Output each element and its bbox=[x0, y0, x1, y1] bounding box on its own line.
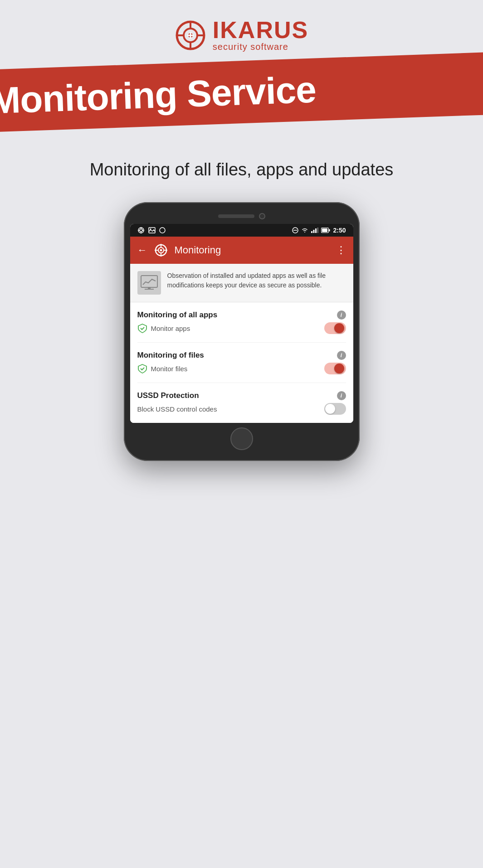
subtitle-text: Monitoring of all files, apps and update… bbox=[90, 160, 394, 179]
toggle-monitor-files[interactable] bbox=[324, 363, 346, 374]
svg-rect-21 bbox=[313, 230, 315, 233]
setting-item-monitor-apps: Monitoring of all apps i Monitor apps bbox=[137, 302, 346, 343]
settings-list: Monitoring of all apps i Monitor apps bbox=[130, 302, 353, 423]
setting-row-monitor-apps: Monitor apps bbox=[137, 322, 346, 334]
phone-section: 2:50 ← Monitoring ⋮ bbox=[0, 193, 483, 488]
logo-container: IKARUS security software bbox=[175, 18, 308, 52]
phone-home-button[interactable] bbox=[230, 427, 253, 450]
svg-rect-25 bbox=[322, 228, 327, 232]
logo-text-group: IKARUS security software bbox=[213, 18, 308, 52]
setting-item-monitor-files: Monitoring of files i Monitor files bbox=[137, 343, 346, 383]
phone-bottom-bar bbox=[130, 423, 353, 453]
battery-icon bbox=[321, 228, 330, 233]
status-bar-right: 2:50 bbox=[292, 227, 346, 234]
svg-rect-23 bbox=[317, 228, 319, 233]
app-bar: ← Monitoring ⋮ bbox=[130, 237, 353, 264]
info-icon-monitor-apps[interactable]: i bbox=[337, 310, 346, 320]
phone-camera bbox=[259, 213, 265, 219]
svg-rect-26 bbox=[329, 229, 330, 232]
signal-icon bbox=[311, 228, 318, 233]
svg-rect-22 bbox=[315, 228, 317, 233]
setting-header-ussd: USSD Protection i bbox=[137, 391, 346, 400]
info-icon-ussd[interactable]: i bbox=[337, 391, 346, 400]
shield-check-icon-apps bbox=[137, 323, 147, 333]
overflow-menu-button[interactable]: ⋮ bbox=[336, 244, 346, 256]
shield-check-icon-files bbox=[137, 364, 147, 373]
setting-row-ussd: Block USSD control codes bbox=[137, 403, 346, 415]
setting-header-monitor-files: Monitoring of files i bbox=[137, 351, 346, 360]
info-banner-text: Observation of installed and updated app… bbox=[167, 271, 346, 290]
setting-title-monitor-files: Monitoring of files bbox=[137, 351, 204, 360]
svg-point-17 bbox=[160, 228, 165, 233]
status-bar: 2:50 bbox=[130, 224, 353, 237]
setting-header-monitor-apps: Monitoring of all apps i bbox=[137, 310, 346, 320]
phone-top-bar bbox=[130, 210, 353, 224]
setting-item-ussd: USSD Protection i Block USSD control cod… bbox=[137, 383, 346, 423]
wifi-icon bbox=[301, 228, 308, 233]
logo-section: IKARUS security software bbox=[175, 0, 308, 61]
status-bar-left bbox=[137, 227, 166, 234]
setting-sub-ussd: Block USSD control codes bbox=[137, 405, 217, 413]
toggle-knob-monitor-apps bbox=[334, 323, 344, 333]
setting-row-monitor-files: Monitor files bbox=[137, 363, 346, 374]
crosshair-status-icon bbox=[137, 227, 145, 234]
setting-subtitle-monitor-apps: Monitor apps bbox=[151, 325, 190, 332]
app-bar-logo-icon bbox=[154, 243, 168, 257]
setting-subtitle-monitor-files: Monitor files bbox=[151, 365, 188, 373]
status-time: 2:50 bbox=[333, 227, 346, 234]
phone-outer: 2:50 ← Monitoring ⋮ bbox=[124, 202, 360, 461]
svg-rect-20 bbox=[311, 231, 312, 233]
svg-point-33 bbox=[160, 249, 162, 252]
image-status-icon bbox=[148, 227, 156, 233]
banner: Monitoring Service bbox=[0, 52, 483, 133]
toggle-ussd[interactable] bbox=[324, 403, 346, 415]
monitor-icon-box bbox=[137, 271, 161, 295]
setting-sub-monitor-apps: Monitor apps bbox=[137, 323, 190, 333]
phone-speaker bbox=[218, 214, 254, 218]
toggle-monitor-apps[interactable] bbox=[324, 322, 346, 334]
phone-screen: 2:50 ← Monitoring ⋮ bbox=[130, 224, 353, 423]
logo-subtitle: security software bbox=[213, 42, 308, 52]
subtitle-section: Monitoring of all files, apps and update… bbox=[72, 133, 412, 193]
app-bar-title: Monitoring bbox=[175, 244, 330, 256]
info-icon-monitor-files[interactable]: i bbox=[337, 351, 346, 360]
logo-title: IKARUS bbox=[213, 18, 308, 42]
setting-sub-monitor-files: Monitor files bbox=[137, 364, 188, 373]
setting-title-ussd: USSD Protection bbox=[137, 391, 199, 400]
svg-point-10 bbox=[140, 229, 142, 232]
minus-circle-icon bbox=[292, 227, 298, 233]
back-button[interactable]: ← bbox=[137, 244, 147, 256]
ikarus-logo-icon bbox=[175, 19, 206, 51]
toggle-knob-ussd bbox=[325, 404, 335, 414]
circle-status-icon bbox=[159, 227, 166, 233]
setting-title-monitor-apps: Monitoring of all apps bbox=[137, 310, 218, 320]
monitor-chart-icon bbox=[140, 275, 158, 291]
info-banner: Observation of installed and updated app… bbox=[130, 264, 353, 302]
banner-text: Monitoring Service bbox=[0, 69, 317, 121]
toggle-knob-monitor-files bbox=[334, 364, 344, 373]
setting-subtitle-ussd: Block USSD control codes bbox=[137, 405, 217, 413]
